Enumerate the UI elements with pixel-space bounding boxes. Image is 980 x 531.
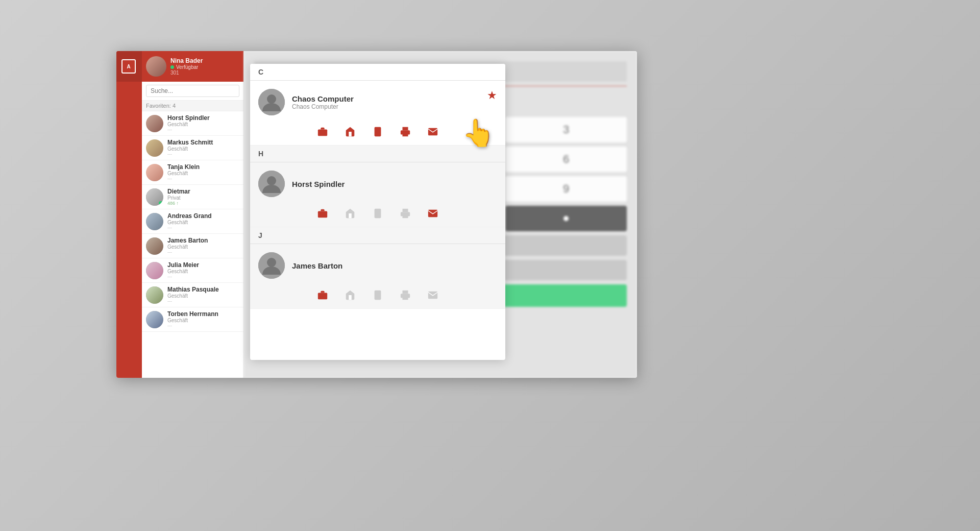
avatar	[146, 188, 163, 206]
search-bar	[142, 82, 243, 101]
contact-list: Horst Spindler Geschäft --- Markus Schmi…	[142, 111, 243, 332]
mobile-call-button[interactable]	[369, 125, 386, 139]
contact-name-james: James Barton	[292, 261, 497, 270]
avatar	[146, 237, 163, 255]
avatar	[146, 164, 163, 181]
list-item[interactable]: Dietmar Privat 486 ↑	[142, 185, 243, 209]
email-button-james[interactable]	[424, 288, 442, 302]
contact-sub-chaos: Chaos Computer	[292, 103, 497, 110]
contact-card-james[interactable]: James Barton	[250, 244, 505, 309]
list-item[interactable]: James Barton Geschäft ---	[142, 234, 243, 258]
home-call-button[interactable]	[341, 125, 359, 139]
contact-name-horst: Horst Spindler	[292, 180, 497, 188]
avatar	[146, 262, 163, 279]
fax-button-james[interactable]	[397, 288, 414, 302]
current-user-avatar	[146, 56, 166, 77]
user-status-text: Verfügbar	[176, 64, 198, 70]
alpha-section-header-c: C	[250, 64, 505, 81]
contact-card-horst[interactable]: Horst Spindler	[250, 162, 505, 227]
alpha-section-c: C Chaos Computer Chaos Computer	[250, 64, 505, 146]
contact-card-avatar	[258, 89, 285, 115]
contact-list-overlay: C Chaos Computer Chaos Computer	[250, 64, 505, 360]
list-item[interactable]: Markus Schmitt Geschäft ---	[142, 136, 243, 160]
avatar	[146, 311, 163, 328]
list-item[interactable]: Julia Meier Geschäft ---	[142, 258, 243, 283]
list-item[interactable]: Andreas Grand Geschäft ---	[142, 209, 243, 234]
work-call-button[interactable]	[314, 125, 331, 139]
alpha-section-h: H Horst Spindler	[250, 146, 505, 227]
svg-rect-16	[403, 214, 408, 218]
favorites-label: Favoriten: 4	[142, 101, 243, 111]
svg-rect-20	[375, 291, 381, 300]
user-status-dot	[170, 65, 174, 69]
svg-rect-13	[318, 211, 327, 218]
search-input[interactable]	[146, 85, 239, 97]
svg-rect-19	[318, 293, 327, 299]
contact-card-chaos-computer[interactable]: Chaos Computer Chaos Computer ★	[250, 81, 505, 146]
list-item[interactable]: Mathias Pasquale Geschäft ---	[142, 283, 243, 307]
contact-actions-horst	[258, 204, 497, 221]
contact-actions-chaos	[258, 123, 497, 139]
svg-rect-22	[403, 296, 408, 300]
alpha-section-header-j: J	[250, 227, 505, 244]
svg-rect-7	[318, 129, 327, 136]
contacts-panel: Nina Bader Verfügbar 301 Favoriten: 4	[142, 51, 244, 378]
svg-point-12	[267, 176, 276, 185]
app-logo-icon: A	[121, 59, 136, 74]
avatar	[146, 139, 163, 157]
home-call-button-horst[interactable]	[341, 206, 359, 221]
work-call-button-horst[interactable]	[314, 206, 331, 221]
home-call-button-james[interactable]	[341, 288, 359, 302]
list-item[interactable]: Horst Spindler Geschäft ---	[142, 111, 243, 136]
current-user-name: Nina Bader	[170, 57, 203, 64]
online-status-dot	[159, 201, 163, 205]
contacts-panel-header: Nina Bader Verfügbar 301	[142, 51, 243, 82]
contact-card-avatar-horst	[258, 171, 285, 197]
list-item[interactable]: Tanja Klein Geschäft ---	[142, 160, 243, 185]
fax-button-horst[interactable]	[397, 206, 414, 221]
list-item[interactable]: Torben Herrmann Geschäft ---	[142, 307, 243, 332]
svg-point-18	[267, 258, 276, 267]
work-call-button-james[interactable]	[314, 288, 331, 302]
contact-name-chaos: Chaos Computer	[292, 94, 497, 103]
alpha-section-header-h: H	[250, 146, 505, 162]
mobile-call-button-james[interactable]	[369, 288, 386, 302]
avatar	[146, 286, 163, 304]
overlay-scroll[interactable]: C Chaos Computer Chaos Computer	[250, 64, 505, 360]
mobile-call-button-horst[interactable]	[369, 206, 386, 221]
svg-rect-10	[403, 133, 408, 136]
alpha-section-j: J James Barton	[250, 227, 505, 309]
contact-actions-james	[258, 286, 497, 302]
email-button-horst[interactable]	[424, 206, 442, 221]
current-user-info: Nina Bader Verfügbar 301	[170, 57, 203, 76]
contact-star-button[interactable]: ★	[487, 89, 497, 102]
avatar	[146, 213, 163, 230]
contact-card-avatar-james	[258, 252, 285, 279]
avatar	[146, 115, 163, 132]
fax-button[interactable]	[397, 125, 414, 139]
svg-point-6	[267, 94, 276, 104]
user-extension: 301	[170, 70, 203, 76]
email-button[interactable]	[424, 125, 442, 139]
